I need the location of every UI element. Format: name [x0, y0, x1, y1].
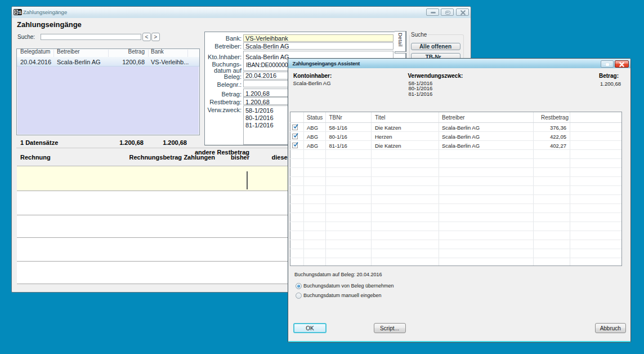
svg-text:S: S — [19, 10, 22, 15]
